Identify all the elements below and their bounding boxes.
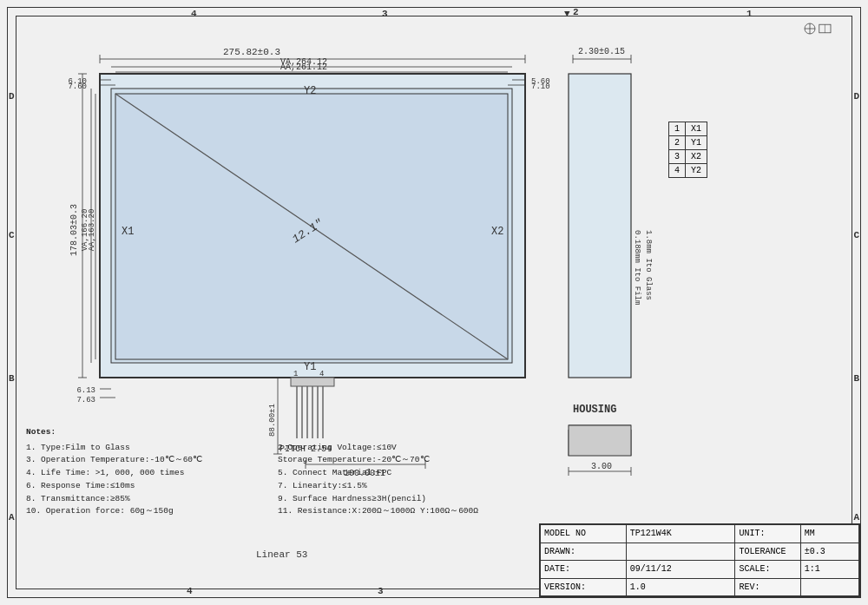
- svg-rect-42: [291, 378, 334, 386]
- svg-text:3.00: 3.00: [591, 462, 612, 471]
- drawing-page: D C B A D C B A 4 3 ▼ 2 1 4 3 ▲ 2 1 12.1…: [0, 0, 868, 605]
- svg-text:1: 1: [293, 370, 298, 378]
- svg-text:AA,261.12: AA,261.12: [280, 62, 327, 72]
- svg-text:X2: X2: [491, 226, 503, 238]
- note-1: 1. Type:Film to Glass: [26, 442, 271, 455]
- scale-value: 1:1: [800, 561, 858, 579]
- pin-number: 1: [669, 122, 686, 136]
- note-11: 11. Resistance:X:200Ω～1000Ω Y:100Ω～600Ω: [278, 505, 529, 518]
- svg-text:275.82±0.3: 275.82±0.3: [223, 47, 280, 57]
- svg-text:1.8mm Ito Glass: 1.8mm Ito Glass: [644, 230, 653, 300]
- date-value: 09/11/12: [626, 561, 735, 579]
- svg-rect-60: [569, 74, 631, 378]
- svg-text:2.30±0.15: 2.30±0.15: [578, 47, 625, 56]
- notes-title: Notes:: [26, 426, 529, 439]
- note-3: 3. Operation Temperature:-10℃～60℃: [26, 454, 271, 467]
- drawn-value: [626, 543, 735, 561]
- svg-text:6.13: 6.13: [76, 386, 95, 395]
- version-value: 1.0: [626, 578, 735, 596]
- svg-text:X1: X1: [122, 226, 134, 238]
- note-9: 9. Surface Hardness≥3H(pencil): [278, 493, 529, 506]
- pin-number: 3: [669, 150, 686, 164]
- svg-text:7.60: 7.60: [68, 82, 87, 91]
- model-no-label: MODEL NO: [541, 525, 627, 543]
- svg-rect-71: [569, 425, 631, 456]
- svg-text:0.188mm Ito Film: 0.188mm Ito Film: [633, 230, 641, 305]
- note-6: 6. Response Time:≤10ms: [26, 480, 271, 493]
- rev-label: REV:: [735, 578, 800, 596]
- note-2: 2.Operating Voltage:≤10V: [278, 442, 529, 455]
- svg-text:178.03±0.3: 178.03±0.3: [69, 204, 79, 256]
- svg-text:7.63: 7.63: [76, 396, 95, 404]
- date-label: DATE:: [541, 561, 627, 579]
- note-10: 10. Operation force: 60g～150g: [26, 505, 271, 518]
- linear-label: Linear 53: [256, 549, 307, 560]
- model-no-value: TP121W4K: [626, 525, 735, 543]
- note-4: 4. Life Time: >1, 000, 000 times: [26, 467, 271, 480]
- pin-number: 4: [669, 164, 686, 178]
- tolerance-value: ±0.3: [800, 543, 858, 561]
- notes-section: Notes: 1. Type:Film to Glass 3. Operatio…: [26, 426, 529, 518]
- version-label: VERSION:: [541, 578, 627, 596]
- pin-signal: X2: [686, 150, 707, 164]
- svg-text:7.10: 7.10: [531, 82, 550, 91]
- svg-text:AA,163.20: AA,163.20: [88, 209, 96, 252]
- title-block: MODEL NO TP121W4K UNIT: MM DRAWN: TOLERA…: [539, 523, 860, 597]
- svg-text:Y2: Y2: [304, 85, 316, 97]
- unit-label: UNIT:: [735, 525, 800, 543]
- unit-value: MM: [800, 525, 858, 543]
- note-7: 7. Linearity:≤1.5%: [278, 480, 529, 493]
- pin-signal: X1: [686, 122, 707, 136]
- svg-text:HOUSING: HOUSING: [573, 404, 616, 416]
- scale-label: SCALE:: [735, 561, 800, 579]
- svg-text:Y1: Y1: [304, 361, 316, 373]
- drawn-label: DRAWN:: [541, 543, 627, 561]
- pin-number: 2: [669, 136, 686, 150]
- note-8: 8. Transmittance:≥85%: [26, 493, 271, 506]
- svg-text:4: 4: [319, 370, 324, 378]
- tolerance-label: TOLERANCE: [735, 543, 800, 561]
- pin-signal: Y1: [686, 136, 707, 150]
- notes-col2: 2.Operating Voltage:≤10V Storage Tempera…: [278, 442, 529, 518]
- note-5: 5. Connect Material:FPC: [278, 467, 529, 480]
- notes-col1: 1. Type:Film to Glass 3. Operation Tempe…: [26, 442, 278, 518]
- rev-value: [800, 578, 858, 596]
- note-3b: Storage Temperature:-20℃～70℃: [278, 454, 529, 467]
- pin-signal: Y2: [686, 164, 707, 178]
- pin-table: 1 X1 2 Y1 3 X2 4 Y2: [668, 122, 707, 178]
